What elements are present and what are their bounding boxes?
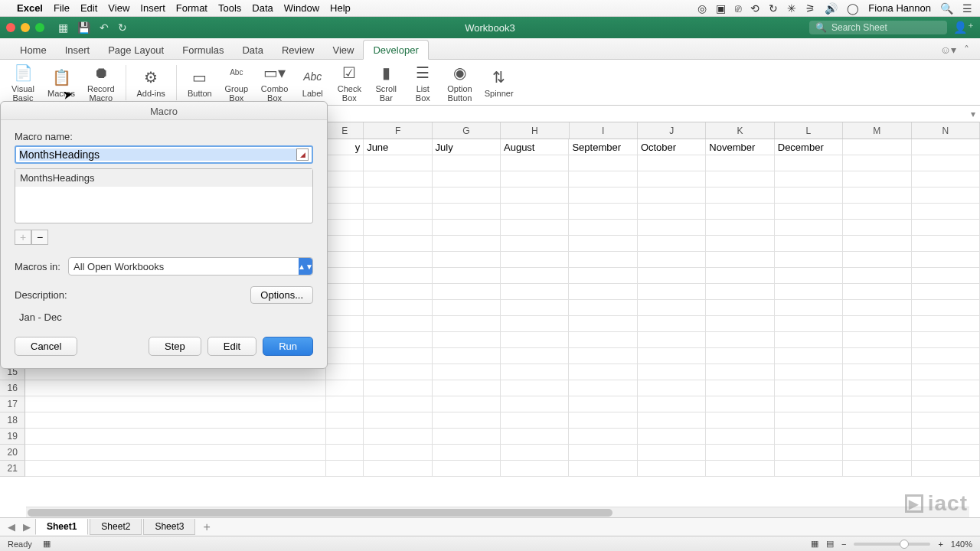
redo-icon[interactable]: ↻ bbox=[118, 21, 127, 34]
sheet-tab-1[interactable]: Sheet1 bbox=[35, 519, 88, 535]
menu-window[interactable]: Window bbox=[284, 2, 319, 14]
row-header[interactable]: 21 bbox=[0, 461, 25, 477]
tab-review[interactable]: Review bbox=[273, 41, 324, 59]
horizontal-scrollbar[interactable] bbox=[26, 507, 969, 517]
cell[interactable]: December bbox=[775, 139, 843, 155]
macro-list-item[interactable]: MonthsHeadings bbox=[15, 169, 312, 187]
cell[interactable]: June bbox=[364, 139, 432, 155]
row-header[interactable]: 16 bbox=[0, 380, 25, 396]
minimize-window[interactable] bbox=[21, 23, 30, 32]
macro-record-icon[interactable]: ▦ bbox=[43, 539, 51, 549]
step-button[interactable]: Step bbox=[149, 337, 201, 356]
menu-file[interactable]: File bbox=[54, 2, 70, 14]
cell[interactable]: September bbox=[569, 139, 637, 155]
col-header-m[interactable]: M bbox=[843, 122, 911, 139]
reference-icon[interactable]: ◢ bbox=[296, 148, 309, 161]
menu-insert[interactable]: Insert bbox=[140, 2, 165, 14]
col-header-h[interactable]: H bbox=[501, 122, 569, 139]
col-header-n[interactable]: N bbox=[912, 122, 980, 139]
zoom-slider[interactable] bbox=[854, 543, 930, 546]
menu-icon[interactable]: ☰ bbox=[962, 2, 972, 15]
cell[interactable]: October bbox=[638, 139, 706, 155]
option-button-button[interactable]: ◉Option Button bbox=[443, 60, 476, 104]
cell[interactable]: August bbox=[501, 139, 569, 155]
col-header-f[interactable]: F bbox=[364, 122, 432, 139]
sync-icon[interactable]: ⟲ bbox=[750, 2, 760, 15]
menu-help[interactable]: Help bbox=[330, 2, 351, 14]
col-header-i[interactable]: I bbox=[570, 122, 638, 139]
close-window[interactable] bbox=[6, 23, 15, 32]
tab-insert[interactable]: Insert bbox=[56, 41, 100, 59]
label-button[interactable]: AbcLabel bbox=[296, 65, 329, 99]
display-icon[interactable]: ▣ bbox=[716, 2, 726, 15]
col-header-j[interactable]: J bbox=[638, 122, 706, 139]
edit-button[interactable]: Edit bbox=[207, 337, 256, 356]
col-header-g[interactable]: G bbox=[433, 122, 501, 139]
row-header[interactable]: 17 bbox=[0, 396, 25, 412]
autosave-icon[interactable]: ▦ bbox=[58, 21, 68, 34]
siri-icon[interactable]: ◎ bbox=[697, 2, 707, 15]
view-normal-icon[interactable]: ▦ bbox=[811, 539, 818, 549]
menu-tools[interactable]: Tools bbox=[218, 2, 241, 14]
tab-page-layout[interactable]: Page Layout bbox=[99, 41, 173, 59]
macros-button[interactable]: 📋Macros bbox=[43, 65, 80, 99]
tab-view[interactable]: View bbox=[324, 41, 364, 59]
sheet-nav-prev[interactable]: ◀ bbox=[5, 521, 18, 533]
record-macro-button[interactable]: ⏺Record Macro bbox=[83, 60, 119, 104]
macro-list[interactable]: MonthsHeadings bbox=[15, 168, 313, 223]
options-button[interactable]: Options... bbox=[250, 286, 313, 304]
wifi-icon[interactable]: ⚞ bbox=[805, 2, 815, 15]
macro-name-input-wrap[interactable]: ◢ bbox=[15, 145, 313, 164]
macro-name-input[interactable] bbox=[19, 148, 296, 161]
menu-view[interactable]: View bbox=[108, 2, 129, 14]
scroll-bar-button[interactable]: ▮Scroll Bar bbox=[369, 60, 403, 104]
smiley-icon[interactable]: ☺▾ bbox=[940, 44, 956, 56]
col-header-l[interactable]: L bbox=[775, 122, 843, 139]
row-header[interactable]: 19 bbox=[0, 429, 25, 445]
spotlight-icon[interactable]: 🔍 bbox=[940, 2, 953, 15]
share-icon[interactable]: 👤⁺ bbox=[953, 21, 974, 34]
sheet-nav-next[interactable]: ▶ bbox=[20, 521, 34, 533]
run-button[interactable]: Run bbox=[263, 337, 313, 356]
user-icon[interactable]: ◯ bbox=[847, 2, 859, 15]
search-sheet-input[interactable]: 🔍 Search Sheet bbox=[809, 21, 947, 34]
sheet-tab-2[interactable]: Sheet2 bbox=[90, 519, 142, 535]
menu-format[interactable]: Format bbox=[176, 2, 207, 14]
combo-box-button[interactable]: ▭▾Combo Box bbox=[256, 60, 292, 104]
maximize-window[interactable] bbox=[35, 23, 44, 32]
collapse-ribbon-icon[interactable]: ˄ bbox=[964, 44, 969, 56]
menu-edit[interactable]: Edit bbox=[80, 2, 97, 14]
cell[interactable]: July bbox=[433, 139, 501, 155]
group-box-button[interactable]: AbcGroup Box bbox=[220, 60, 253, 104]
row-header[interactable]: 20 bbox=[0, 445, 25, 461]
menu-data[interactable]: Data bbox=[252, 2, 273, 14]
bluetooth-icon[interactable]: ✳ bbox=[787, 2, 796, 15]
col-header-e[interactable]: E bbox=[326, 122, 364, 139]
volume-icon[interactable]: 🔊 bbox=[825, 2, 838, 15]
remove-macro-button[interactable]: − bbox=[31, 230, 48, 245]
add-sheet-button[interactable]: + bbox=[197, 520, 216, 534]
zoom-value[interactable]: 140% bbox=[951, 540, 972, 549]
expand-formula-icon[interactable]: ▾ bbox=[971, 109, 975, 119]
tab-data[interactable]: Data bbox=[233, 41, 272, 59]
col-header-k[interactable]: K bbox=[706, 122, 774, 139]
undo-icon[interactable]: ↶ bbox=[100, 21, 109, 34]
list-box-button[interactable]: ☰List Box bbox=[406, 60, 439, 104]
cancel-button[interactable]: Cancel bbox=[15, 337, 77, 356]
cell[interactable]: November bbox=[706, 139, 774, 155]
check-box-button[interactable]: ☑Check Box bbox=[332, 60, 366, 104]
macros-in-select[interactable]: All Open Workbooks ▲▼ bbox=[68, 257, 313, 276]
app-name[interactable]: Excel bbox=[17, 2, 43, 14]
save-icon[interactable]: 💾 bbox=[77, 21, 90, 34]
spinner-button[interactable]: ⇅Spinner bbox=[480, 65, 518, 99]
insert-button-button[interactable]: ▭Button bbox=[183, 65, 217, 99]
user-name[interactable]: Fiona Hannon bbox=[868, 2, 931, 14]
view-page-icon[interactable]: ▤ bbox=[826, 539, 834, 549]
zoom-out-icon[interactable]: − bbox=[841, 540, 846, 549]
tab-home[interactable]: Home bbox=[11, 41, 56, 59]
screen-icon[interactable]: ⎚ bbox=[735, 2, 741, 15]
sheet-tab-3[interactable]: Sheet3 bbox=[143, 519, 195, 535]
zoom-in-icon[interactable]: + bbox=[938, 540, 942, 549]
refresh-icon[interactable]: ↻ bbox=[769, 2, 778, 15]
addins-button[interactable]: ⚙Add-ins bbox=[132, 65, 170, 99]
